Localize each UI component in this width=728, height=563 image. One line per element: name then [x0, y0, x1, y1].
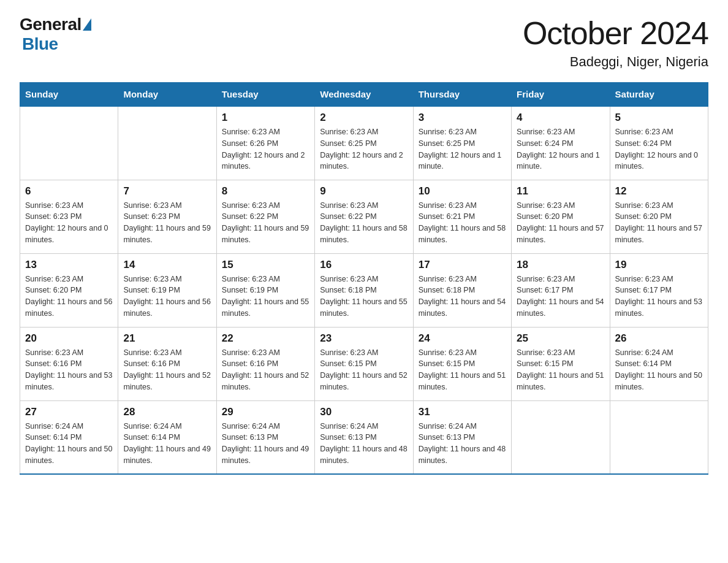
day-number: 8	[222, 185, 309, 197]
calendar-cell: 4Sunrise: 6:23 AMSunset: 6:24 PMDaylight…	[512, 106, 610, 180]
calendar-cell: 3Sunrise: 6:23 AMSunset: 6:25 PMDaylight…	[413, 106, 511, 180]
calendar-cell: 5Sunrise: 6:23 AMSunset: 6:24 PMDaylight…	[610, 106, 708, 180]
weekday-header-friday: Friday	[512, 83, 610, 107]
calendar-week-row: 1Sunrise: 6:23 AMSunset: 6:26 PMDaylight…	[20, 106, 708, 180]
logo-blue-text: Blue	[22, 34, 58, 54]
calendar-cell: 18Sunrise: 6:23 AMSunset: 6:17 PMDayligh…	[512, 253, 610, 327]
calendar-cell: 23Sunrise: 6:23 AMSunset: 6:15 PMDayligh…	[315, 327, 413, 400]
weekday-header-thursday: Thursday	[413, 83, 511, 107]
day-number: 19	[615, 259, 703, 271]
calendar-cell: 27Sunrise: 6:24 AMSunset: 6:14 PMDayligh…	[20, 400, 118, 474]
day-number: 28	[123, 406, 211, 418]
weekday-header-saturday: Saturday	[610, 83, 708, 107]
day-number: 23	[320, 332, 408, 345]
calendar-cell: 21Sunrise: 6:23 AMSunset: 6:16 PMDayligh…	[118, 327, 216, 400]
weekday-row: SundayMondayTuesdayWednesdayThursdayFrid…	[20, 83, 708, 107]
day-info: Sunrise: 6:23 AMSunset: 6:26 PMDaylight:…	[222, 126, 309, 172]
day-number: 3	[419, 112, 506, 124]
day-number: 10	[419, 185, 506, 197]
day-info: Sunrise: 6:23 AMSunset: 6:15 PMDaylight:…	[419, 347, 506, 393]
day-info: Sunrise: 6:23 AMSunset: 6:22 PMDaylight:…	[222, 200, 309, 246]
weekday-header-tuesday: Tuesday	[216, 83, 314, 107]
logo: General Blue	[20, 15, 91, 54]
calendar-cell: 8Sunrise: 6:23 AMSunset: 6:22 PMDaylight…	[216, 180, 314, 253]
calendar-cell: 9Sunrise: 6:23 AMSunset: 6:22 PMDaylight…	[315, 180, 413, 253]
day-info: Sunrise: 6:23 AMSunset: 6:15 PMDaylight:…	[517, 347, 604, 393]
day-number: 12	[615, 185, 703, 197]
day-number: 13	[25, 259, 113, 271]
day-info: Sunrise: 6:23 AMSunset: 6:24 PMDaylight:…	[615, 126, 703, 172]
calendar-cell: 2Sunrise: 6:23 AMSunset: 6:25 PMDaylight…	[315, 106, 413, 180]
day-info: Sunrise: 6:23 AMSunset: 6:16 PMDaylight:…	[222, 347, 309, 393]
logo-general-text: General	[20, 15, 82, 34]
day-info: Sunrise: 6:23 AMSunset: 6:22 PMDaylight:…	[320, 200, 408, 246]
calendar-cell: 30Sunrise: 6:24 AMSunset: 6:13 PMDayligh…	[315, 400, 413, 474]
day-info: Sunrise: 6:23 AMSunset: 6:25 PMDaylight:…	[419, 126, 506, 172]
day-info: Sunrise: 6:24 AMSunset: 6:13 PMDaylight:…	[320, 421, 408, 467]
calendar-cell: 13Sunrise: 6:23 AMSunset: 6:20 PMDayligh…	[20, 253, 118, 327]
calendar-week-row: 20Sunrise: 6:23 AMSunset: 6:16 PMDayligh…	[20, 327, 708, 400]
day-number: 30	[320, 406, 408, 418]
day-info: Sunrise: 6:24 AMSunset: 6:13 PMDaylight:…	[419, 421, 506, 467]
calendar-cell: 31Sunrise: 6:24 AMSunset: 6:13 PMDayligh…	[413, 400, 511, 474]
calendar-cell	[20, 106, 118, 180]
day-info: Sunrise: 6:23 AMSunset: 6:20 PMDaylight:…	[517, 200, 604, 246]
day-number: 29	[222, 406, 309, 418]
day-number: 2	[320, 112, 408, 124]
calendar-cell: 26Sunrise: 6:24 AMSunset: 6:14 PMDayligh…	[610, 327, 708, 400]
calendar-cell: 10Sunrise: 6:23 AMSunset: 6:21 PMDayligh…	[413, 180, 511, 253]
calendar-body: 1Sunrise: 6:23 AMSunset: 6:26 PMDaylight…	[20, 106, 708, 474]
calendar-cell: 14Sunrise: 6:23 AMSunset: 6:19 PMDayligh…	[118, 253, 216, 327]
day-info: Sunrise: 6:24 AMSunset: 6:13 PMDaylight:…	[222, 421, 309, 467]
day-info: Sunrise: 6:23 AMSunset: 6:24 PMDaylight:…	[517, 126, 604, 172]
day-info: Sunrise: 6:23 AMSunset: 6:17 PMDaylight:…	[517, 274, 604, 320]
day-info: Sunrise: 6:23 AMSunset: 6:25 PMDaylight:…	[320, 126, 408, 172]
calendar-cell: 24Sunrise: 6:23 AMSunset: 6:15 PMDayligh…	[413, 327, 511, 400]
weekday-header-monday: Monday	[118, 83, 216, 107]
calendar-cell	[610, 400, 708, 474]
calendar-cell: 16Sunrise: 6:23 AMSunset: 6:18 PMDayligh…	[315, 253, 413, 327]
day-number: 4	[517, 112, 604, 124]
day-number: 7	[123, 185, 211, 197]
logo-triangle-icon	[83, 18, 91, 31]
calendar-cell: 17Sunrise: 6:23 AMSunset: 6:18 PMDayligh…	[413, 253, 511, 327]
calendar-cell	[118, 106, 216, 180]
day-number: 6	[25, 185, 113, 197]
calendar-cell	[512, 400, 610, 474]
title-block: October 2024 Badeggi, Niger, Nigeria	[523, 15, 708, 70]
calendar-cell: 12Sunrise: 6:23 AMSunset: 6:20 PMDayligh…	[610, 180, 708, 253]
day-info: Sunrise: 6:24 AMSunset: 6:14 PMDaylight:…	[25, 421, 113, 467]
day-info: Sunrise: 6:23 AMSunset: 6:23 PMDaylight:…	[25, 200, 113, 246]
day-info: Sunrise: 6:23 AMSunset: 6:23 PMDaylight:…	[123, 200, 211, 246]
day-number: 21	[123, 332, 211, 345]
header: General Blue October 2024 Badeggi, Niger…	[20, 15, 708, 70]
calendar-header: SundayMondayTuesdayWednesdayThursdayFrid…	[20, 83, 708, 107]
day-number: 22	[222, 332, 309, 345]
calendar-week-row: 27Sunrise: 6:24 AMSunset: 6:14 PMDayligh…	[20, 400, 708, 474]
day-info: Sunrise: 6:24 AMSunset: 6:14 PMDaylight:…	[123, 421, 211, 467]
day-info: Sunrise: 6:23 AMSunset: 6:20 PMDaylight:…	[25, 274, 113, 320]
calendar-cell: 7Sunrise: 6:23 AMSunset: 6:23 PMDaylight…	[118, 180, 216, 253]
calendar-cell: 6Sunrise: 6:23 AMSunset: 6:23 PMDaylight…	[20, 180, 118, 253]
day-info: Sunrise: 6:23 AMSunset: 6:18 PMDaylight:…	[320, 274, 408, 320]
day-number: 20	[25, 332, 113, 345]
day-number: 1	[222, 112, 309, 124]
day-number: 24	[419, 332, 506, 345]
day-number: 15	[222, 259, 309, 271]
calendar-subtitle: Badeggi, Niger, Nigeria	[523, 54, 708, 70]
day-info: Sunrise: 6:23 AMSunset: 6:19 PMDaylight:…	[123, 274, 211, 320]
calendar-cell: 15Sunrise: 6:23 AMSunset: 6:19 PMDayligh…	[216, 253, 314, 327]
calendar-cell: 1Sunrise: 6:23 AMSunset: 6:26 PMDaylight…	[216, 106, 314, 180]
day-number: 9	[320, 185, 408, 197]
calendar-cell: 25Sunrise: 6:23 AMSunset: 6:15 PMDayligh…	[512, 327, 610, 400]
day-number: 31	[419, 406, 506, 418]
day-number: 27	[25, 406, 113, 418]
weekday-header-wednesday: Wednesday	[315, 83, 413, 107]
day-info: Sunrise: 6:23 AMSunset: 6:18 PMDaylight:…	[419, 274, 506, 320]
calendar-title: October 2024	[523, 15, 708, 52]
calendar-cell: 22Sunrise: 6:23 AMSunset: 6:16 PMDayligh…	[216, 327, 314, 400]
day-number: 18	[517, 259, 604, 271]
calendar-cell: 20Sunrise: 6:23 AMSunset: 6:16 PMDayligh…	[20, 327, 118, 400]
day-info: Sunrise: 6:23 AMSunset: 6:19 PMDaylight:…	[222, 274, 309, 320]
day-number: 11	[517, 185, 604, 197]
